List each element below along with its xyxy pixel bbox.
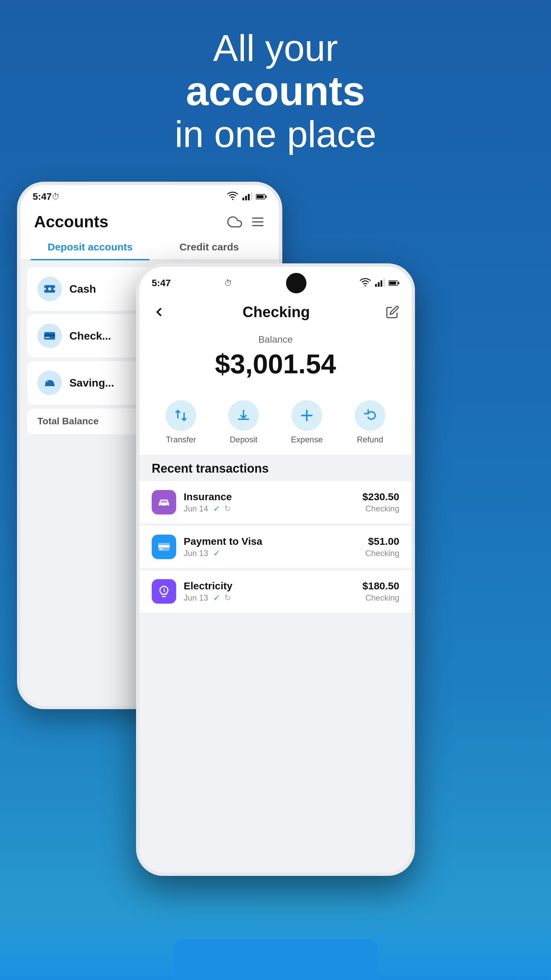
electricity-icon [152, 579, 176, 604]
wifi-icon-front [360, 278, 371, 288]
battery-icon [256, 191, 267, 202]
savings-name: Saving... [69, 377, 114, 389]
svg-rect-17 [45, 337, 50, 338]
cash-icon [37, 277, 62, 301]
cash-svg [43, 282, 56, 295]
front-phone-notch [286, 273, 306, 293]
electricity-amount: $180.50 [362, 580, 399, 592]
svg-rect-22 [381, 280, 382, 287]
cloud-icon[interactable] [227, 215, 242, 229]
svg-rect-3 [248, 194, 250, 200]
svg-rect-21 [378, 282, 380, 286]
transfer-button[interactable]: Transfer [166, 400, 196, 444]
checking-svg [43, 329, 56, 342]
insurance-date: Jun 14 ✓ ↻ [184, 504, 232, 514]
transaction-visa[interactable]: Payment to Visa Jun 13 ✓ $51.00 Checking [140, 526, 411, 568]
phone-front: 5:47 ⏱ [136, 263, 415, 876]
transactions-title: Recent transactions [140, 461, 411, 481]
visa-account: Checking [365, 549, 399, 558]
insurance-account: Checking [362, 504, 399, 514]
expense-label: Expense [291, 435, 322, 444]
hero-line1: All your [0, 27, 551, 68]
back-phone-time: 5:47 [33, 191, 52, 202]
svg-rect-13 [44, 288, 46, 290]
battery-icon-front [388, 278, 399, 288]
svg-rect-32 [158, 545, 169, 547]
phones-area: 5:47 ⏱ [0, 175, 551, 889]
svg-point-29 [160, 505, 162, 508]
back-phone-tabs: Deposit accounts Credit cards [21, 234, 279, 260]
back-phone-status-bar: 5:47 ⏱ [21, 185, 279, 205]
hero-line3: in one place [0, 113, 551, 154]
svg-point-19 [365, 285, 366, 286]
savings-icon [37, 371, 62, 395]
cash-name: Cash [69, 283, 96, 295]
svg-point-18 [47, 381, 48, 382]
signal-icon-front [374, 278, 385, 288]
visa-amount: $51.00 [365, 536, 399, 547]
svg-rect-20 [375, 284, 377, 287]
deposit-label: Deposit [230, 435, 257, 444]
back-status-icons [227, 191, 267, 202]
menu-icon[interactable] [250, 215, 265, 229]
svg-rect-33 [159, 549, 163, 550]
back-phone-title: Accounts [34, 212, 108, 231]
total-balance-label: Total Balance [37, 416, 98, 426]
transaction-insurance[interactable]: Insurance Jun 14 ✓ ↻ $230.50 Checking [140, 481, 411, 523]
svg-rect-25 [398, 282, 399, 285]
card-icon [157, 540, 171, 554]
transactions-section: Recent transactions [140, 455, 411, 872]
electricity-date: Jun 13 ✓ ↻ [184, 593, 232, 603]
back-phone-header: Accounts [21, 205, 279, 234]
svg-rect-6 [266, 196, 267, 198]
insurance-icon [152, 490, 176, 514]
deposit-icon [236, 408, 251, 423]
signal-icon [241, 191, 252, 202]
edit-icon[interactable] [386, 305, 399, 319]
svg-rect-4 [251, 192, 252, 200]
tab-credit-cards[interactable]: Credit cards [150, 234, 269, 259]
checking-icon [37, 324, 62, 348]
svg-rect-2 [245, 196, 247, 200]
visa-icon [152, 535, 176, 559]
hero-section: All your accounts in one place [0, 0, 551, 175]
svg-point-12 [48, 287, 51, 291]
svg-rect-16 [44, 334, 55, 336]
svg-point-0 [232, 199, 233, 200]
transfer-icon [173, 408, 189, 423]
checking-title: Checking [243, 304, 310, 321]
checking-name: Check... [69, 330, 111, 342]
transaction-electricity[interactable]: Electricity Jun 13 ✓ ↻ $180.50 Checking [140, 570, 411, 612]
svg-rect-7 [256, 195, 264, 198]
insurance-amount: $230.50 [362, 491, 399, 503]
header-icons [227, 215, 265, 229]
bottom-tab-bar [173, 939, 378, 980]
front-phone-time: 5:47 [152, 278, 171, 288]
deposit-button[interactable]: Deposit [228, 400, 259, 444]
clock-icon-front: ⏱ [224, 278, 232, 288]
insurance-name: Insurance [184, 491, 232, 503]
savings-svg [43, 376, 56, 389]
front-status-icons [360, 278, 399, 288]
checking-header: Checking [140, 297, 411, 324]
expense-button[interactable]: Expense [291, 400, 322, 444]
clock-icon: ⏱ [52, 192, 60, 202]
electricity-name: Electricity [184, 580, 232, 592]
balance-amount: $3,001.54 [140, 348, 411, 380]
electricity-account: Checking [362, 593, 399, 603]
svg-rect-26 [389, 282, 396, 285]
tab-deposit-accounts[interactable]: Deposit accounts [30, 234, 150, 259]
back-arrow-icon[interactable] [152, 305, 167, 320]
svg-rect-1 [243, 198, 244, 200]
balance-label: Balance [140, 334, 411, 345]
hero-line2: accounts [0, 68, 551, 113]
balance-section: Balance $3,001.54 [140, 324, 411, 393]
car-icon [157, 495, 171, 509]
refund-button[interactable]: Refund [355, 400, 385, 444]
action-buttons: Transfer Deposit [140, 393, 411, 455]
wifi-icon [227, 191, 238, 202]
svg-point-30 [166, 505, 168, 508]
svg-rect-23 [383, 279, 385, 287]
bulb-icon [157, 585, 171, 598]
front-phone-status-bar: 5:47 ⏱ [140, 267, 411, 297]
